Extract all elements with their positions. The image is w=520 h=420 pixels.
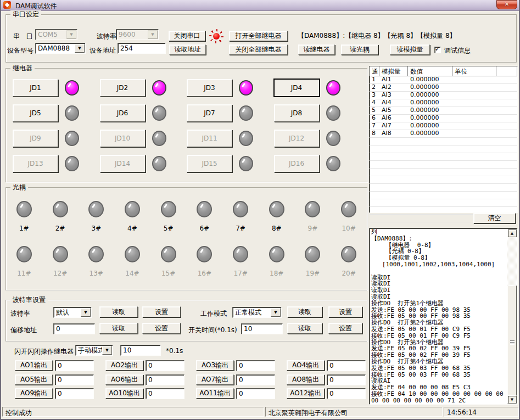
close-button[interactable]: ✕ (496, 0, 517, 9)
opto-led-9 (305, 201, 320, 217)
table-cell: 0.000000 (408, 76, 452, 83)
ao-output-button-9[interactable]: AO9输出 (15, 388, 53, 399)
relay-button-jd9[interactable]: JD9 (13, 130, 58, 147)
switch-time-read-button[interactable]: 读取 (287, 323, 322, 334)
analog-col-header[interactable]: 模拟量 (379, 66, 408, 76)
relay-button-jd6[interactable]: JD6 (100, 104, 146, 122)
ao-output-input-5[interactable]: 0 (55, 374, 94, 385)
flash-time-input[interactable]: 10 (120, 345, 161, 356)
ao-output-button-5[interactable]: AO5输出 (15, 374, 53, 385)
log-scrollbar[interactable]: ▲ ▼ (507, 229, 517, 404)
relay-button-jd1[interactable]: JD1 (13, 79, 58, 97)
close-all-relays-button[interactable]: 关闭全部继电器 (229, 44, 288, 55)
offset-addr-input[interactable]: 0 (53, 323, 95, 334)
analog-table-header: 通模拟量数值单位 (370, 66, 517, 76)
scroll-down-icon[interactable]: ▼ (507, 395, 517, 404)
ao-output-button-2[interactable]: AO2输出 (105, 360, 143, 371)
baud-settings-group: 波特率设置 波特率 默认 ▼ 读取 设置 工作模式 正常模式 ▼ 读取 设置 偏… (5, 300, 367, 341)
ao-output-input-2[interactable]: 0 (146, 360, 184, 371)
offset-set-button[interactable]: 设置 (142, 323, 181, 334)
switch-time-set-button[interactable]: 设置 (328, 323, 362, 334)
ao-output-button-7[interactable]: AO7输出 (196, 374, 234, 385)
relay-button-jd8[interactable]: JD8 (274, 104, 320, 122)
analog-col-header[interactable]: 通 (370, 66, 379, 76)
chevron-down-icon[interactable]: ▼ (148, 30, 158, 39)
table-cell (408, 184, 452, 191)
chevron-down-icon[interactable]: ▼ (102, 346, 112, 355)
relay-button-jd11[interactable]: JD11 (187, 130, 232, 147)
ao-output-button-8[interactable]: AO8输出 (287, 374, 325, 385)
relay-button-jd4[interactable]: JD4 (274, 79, 320, 97)
scrollbar-thumb[interactable] (507, 285, 517, 399)
relay-cell: JD15 (187, 151, 274, 176)
relay-button-jd15[interactable]: JD15 (187, 155, 232, 172)
baudrate-combo[interactable]: 默认 ▼ (53, 307, 92, 318)
relay-button-jd16[interactable]: JD16 (274, 155, 320, 172)
debug-info-checkbox[interactable] (434, 47, 441, 53)
scroll-up-icon[interactable]: ▲ (507, 229, 517, 237)
read-analog-button[interactable]: 读模拟量 (390, 44, 430, 55)
ao-output-input-11[interactable]: 0 (236, 388, 275, 399)
addr-input[interactable]: 254 (118, 43, 166, 54)
table-row (370, 192, 517, 199)
ao-output-input-1[interactable]: 0 (55, 360, 94, 371)
relay-button-jd5[interactable]: JD5 (13, 104, 58, 122)
relay-button-jd10[interactable]: JD10 (100, 130, 146, 147)
ao-output-input-6[interactable]: 0 (146, 374, 184, 385)
baudrate-set-button[interactable]: 设置 (142, 306, 181, 317)
relay-button-jd13[interactable]: JD13 (13, 155, 58, 172)
ao-output-button-11[interactable]: AO11输出 (196, 388, 234, 399)
port-combo[interactable]: COM5 ▼ (35, 29, 77, 40)
work-mode-read-button[interactable]: 读取 (287, 306, 322, 317)
chevron-down-icon[interactable]: ▼ (66, 30, 76, 39)
read-relay-button[interactable]: 读继电器 (298, 44, 335, 55)
work-mode-combo[interactable]: 正常模式 ▼ (232, 307, 282, 318)
clear-log-button[interactable]: 清空 (473, 213, 516, 223)
relay-cell: JD6 (100, 100, 187, 126)
ao-output-button-1[interactable]: AO1输出 (15, 360, 53, 371)
switch-time-input[interactable]: 10 (241, 323, 283, 334)
relay-button-jd3[interactable]: JD3 (187, 79, 232, 97)
work-mode-set-button[interactable]: 设置 (328, 306, 362, 317)
relay-group-title: 继电器 (10, 64, 35, 72)
opto-cell: 17# (222, 246, 259, 277)
relay-button-jd2[interactable]: JD2 (100, 79, 146, 97)
baudrate-read-button[interactable]: 读取 (99, 306, 138, 317)
chevron-down-icon[interactable]: ▼ (81, 308, 91, 317)
chevron-down-icon[interactable]: ▼ (271, 308, 281, 317)
ao-output-input-8[interactable]: 0 (327, 374, 366, 385)
ao-output-input-3[interactable]: 0 (236, 360, 275, 371)
open-all-relays-button[interactable]: 打开全部继电器 (229, 31, 288, 41)
read-addr-button[interactable]: 读取地址 (169, 44, 206, 55)
offset-read-button[interactable]: 读取 (99, 323, 138, 334)
close-port-button[interactable]: 关闭串口 (169, 31, 205, 41)
ao-output-button-3[interactable]: AO3输出 (196, 360, 234, 371)
ao-output-input-4[interactable]: 0 (327, 360, 366, 371)
relay-button-jd14[interactable]: JD14 (100, 155, 146, 172)
read-opto-button[interactable]: 读光耦 (341, 44, 378, 55)
relay-button-jd12[interactable]: JD12 (274, 130, 320, 147)
chevron-down-icon[interactable]: ▼ (75, 44, 85, 53)
analog-col-header[interactable]: 数值 (408, 66, 452, 76)
ao-output-input-10[interactable]: 0 (146, 388, 184, 399)
relay-button-jd7[interactable]: JD7 (187, 104, 232, 122)
baud-combo[interactable]: 9600 ▼ (116, 29, 159, 40)
relay-cell: JD2 (100, 75, 187, 100)
model-combo[interactable]: DAM0888 ▼ (35, 43, 86, 54)
ao-output-input-12[interactable]: 0 (327, 388, 366, 399)
opto-led-5 (161, 201, 176, 217)
ao-output-input-7[interactable]: 0 (236, 374, 275, 385)
opto-label: 4# (127, 225, 137, 232)
ao-output-button-10[interactable]: AO10输出 (105, 388, 143, 399)
analog-col-header[interactable] (496, 66, 517, 76)
ao-output-input-9[interactable]: 0 (55, 388, 94, 399)
relay-led-jd7 (239, 105, 253, 121)
analog-col-header[interactable]: 单位 (452, 66, 496, 76)
table-cell: 5 (370, 107, 379, 114)
ao-output-button-4[interactable]: AO4输出 (287, 360, 325, 371)
flash-mode-combo[interactable]: 手动模式 ▼ (75, 345, 113, 356)
opto-led-18 (269, 246, 284, 262)
ao-output-button-6[interactable]: AO6输出 (105, 374, 143, 385)
ao-output-button-12[interactable]: AO12输出 (287, 388, 325, 399)
relay-led-jd10 (152, 131, 166, 146)
